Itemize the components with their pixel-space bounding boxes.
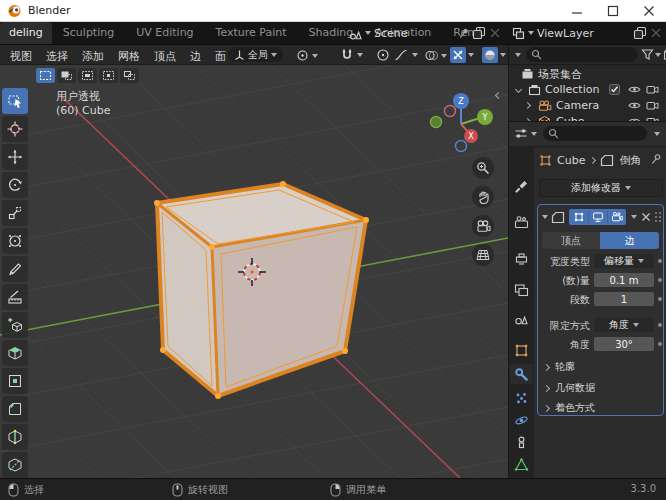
tool-cursor[interactable] <box>2 116 28 142</box>
tool-add-cube[interactable] <box>2 312 28 338</box>
display-mode-chevron-icon[interactable] <box>515 53 521 57</box>
chevron-down-icon[interactable] <box>654 132 660 136</box>
camera-view-button[interactable] <box>472 215 494 237</box>
keyframe-dot[interactable] <box>658 342 662 346</box>
scene-selector[interactable]: Scene <box>345 25 412 41</box>
menu-edge[interactable]: 边 <box>183 47 208 66</box>
pin-icon[interactable] <box>458 27 470 40</box>
checkbox-icon[interactable] <box>609 84 620 95</box>
pivot-point-dropdown[interactable] <box>296 49 318 62</box>
render-toggle-icon[interactable] <box>608 211 626 223</box>
camera-visibility-icon[interactable] <box>646 100 659 111</box>
workspace-tab-texture-paint[interactable]: Texture Paint <box>205 22 298 44</box>
viewlayer-selector[interactable]: ViewLayer <box>508 25 598 41</box>
navigation-gizmo[interactable]: Z Y X <box>415 80 495 156</box>
close-button[interactable] <box>634 0 664 22</box>
outliner-search[interactable] <box>526 47 638 62</box>
keyframe-dot[interactable] <box>658 297 662 301</box>
keyframe-dot[interactable] <box>658 259 662 263</box>
menu-view[interactable]: 视图 <box>3 47 39 66</box>
tab-constraints[interactable] <box>510 432 533 452</box>
properties-search-input[interactable] <box>562 127 642 140</box>
tool-bevel[interactable] <box>2 396 28 422</box>
tool-scale[interactable] <box>2 200 28 226</box>
show-gizmos-toggle[interactable] <box>450 47 466 63</box>
tool-inset-faces[interactable] <box>2 368 28 394</box>
zoom-button[interactable] <box>472 157 494 179</box>
eye-icon[interactable] <box>628 85 641 94</box>
tab-object[interactable] <box>510 340 533 360</box>
new-viewlayer-copy-icon[interactable] <box>633 26 647 40</box>
expand-chevron-icon[interactable] <box>524 102 531 109</box>
keyframe-dot[interactable] <box>658 278 662 282</box>
angle-field[interactable]: 30° <box>594 337 654 351</box>
tool-transform[interactable] <box>2 228 28 254</box>
menu-vertex[interactable]: 顶点 <box>147 47 183 66</box>
bevel-tab-edges[interactable]: 边 <box>600 232 659 249</box>
outliner-row-camera[interactable]: Camera <box>509 98 666 114</box>
keyframe-dot[interactable] <box>658 323 662 327</box>
edit-mode-toggle-icon[interactable] <box>570 211 589 223</box>
section-geometry[interactable]: 几何数据 <box>544 381 595 395</box>
tool-select-box[interactable] <box>2 88 28 114</box>
show-overlays-dropdown[interactable] <box>424 48 447 63</box>
proportional-editing-controls[interactable] <box>376 48 418 62</box>
delete-modifier-icon[interactable] <box>641 212 651 222</box>
workspace-tab-uv-editing[interactable]: UV Editing <box>125 22 204 44</box>
workspace-tab-modeling[interactable]: deling <box>0 22 52 44</box>
chevron-down-icon[interactable] <box>531 132 537 136</box>
amount-field[interactable]: 0.1 m <box>594 273 654 287</box>
realtime-toggle-icon[interactable] <box>589 211 608 223</box>
properties-sliders-icon[interactable] <box>514 127 528 140</box>
viewport-3d[interactable]: 用户透视 (60) Cube <box>0 65 508 478</box>
filter-funnel-icon[interactable] <box>641 48 654 61</box>
transform-orientation-dropdown[interactable]: 全局 <box>228 47 283 62</box>
eye-icon[interactable] <box>628 101 641 110</box>
outliner-search-input[interactable] <box>546 48 626 61</box>
tab-scene[interactable] <box>510 308 533 328</box>
orthographic-grid-button[interactable] <box>472 244 494 266</box>
tab-object-data[interactable] <box>510 454 533 474</box>
add-modifier-button[interactable]: 添加修改器 <box>539 179 663 197</box>
expand-chevron-icon[interactable] <box>515 86 522 93</box>
cube-object[interactable] <box>154 181 369 399</box>
properties-search[interactable] <box>543 126 647 141</box>
chevron-down-icon[interactable] <box>655 53 661 57</box>
bevel-tab-vertices[interactable]: 顶点 <box>542 232 600 249</box>
outliner-row-cube[interactable]: Cube <box>509 114 666 121</box>
modifier-extras-icon[interactable] <box>631 215 637 219</box>
breadcrumb-object[interactable]: Cube <box>557 154 585 167</box>
tab-tool[interactable] <box>510 176 533 196</box>
gizmo-z-negative[interactable] <box>456 141 467 152</box>
tool-knife[interactable] <box>2 452 28 478</box>
menu-add[interactable]: 添加 <box>75 47 111 66</box>
tab-physics[interactable] <box>510 410 533 430</box>
drag-handle-icon[interactable] <box>654 211 662 223</box>
select-mode-extend[interactable] <box>57 68 76 83</box>
workspace-tab-sculpting[interactable]: Sculpting <box>52 22 125 44</box>
breadcrumb-modifier[interactable]: 倒角 <box>619 153 641 168</box>
limit-method-dropdown[interactable]: 角度 <box>594 318 654 332</box>
pin-icon[interactable] <box>650 153 662 166</box>
tool-measure[interactable] <box>2 284 28 310</box>
minimize-button[interactable] <box>562 0 592 22</box>
menu-mesh[interactable]: 网格 <box>111 47 147 66</box>
tab-particles[interactable] <box>510 388 533 408</box>
tool-rotate[interactable] <box>2 172 28 198</box>
width-type-dropdown[interactable]: 偏移量 <box>594 254 654 268</box>
select-mode-set[interactable] <box>36 68 55 83</box>
section-profile[interactable]: 轮廓 <box>544 360 575 374</box>
viewport-shading-toggle[interactable] <box>482 47 498 63</box>
tool-extrude-region[interactable] <box>2 340 28 366</box>
tool-move[interactable] <box>2 144 28 170</box>
panel-expand-icon[interactable] <box>542 215 548 219</box>
segments-field[interactable]: 1 <box>594 292 654 306</box>
select-mode-subtract[interactable] <box>78 68 97 83</box>
tool-annotate[interactable] <box>2 256 28 282</box>
tab-modifiers[interactable] <box>510 364 533 384</box>
outliner-row-scene-collection[interactable]: 场景集合 <box>509 66 666 82</box>
select-mode-invert[interactable] <box>99 68 118 83</box>
tool-loop-cut[interactable] <box>2 424 28 450</box>
tab-output[interactable] <box>510 248 533 268</box>
camera-visibility-icon[interactable] <box>646 84 659 95</box>
